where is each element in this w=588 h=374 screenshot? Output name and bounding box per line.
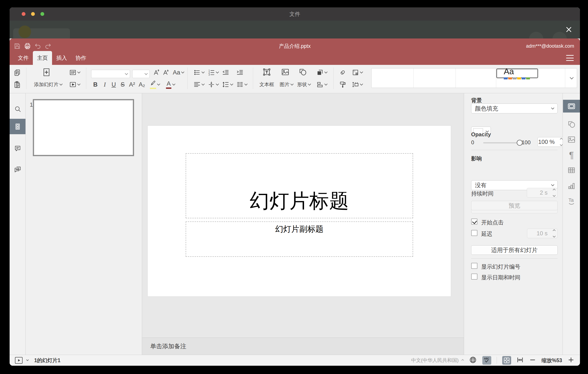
title-placeholder[interactable]: 幻灯片标题 [186,153,413,218]
arrange-shapes-button[interactable] [314,67,329,78]
slide-thumbnail[interactable] [33,99,134,156]
theme-option-5[interactable] [538,68,565,88]
theme-option-1[interactable] [371,68,413,88]
right-icon-rail: ¶ Ta [563,93,580,355]
change-case-button[interactable]: Aa [171,67,186,78]
menu-icon[interactable] [566,55,574,61]
table-settings-icon[interactable] [563,164,580,176]
font-color-button[interactable]: A [163,79,178,90]
textbox-icon[interactable] [259,66,274,78]
zoom-in-icon[interactable] [567,356,575,364]
theme-option-selected[interactable]: Aa [496,68,538,78]
slides-thumbnail-panel: 1 [26,93,142,355]
copy-style-icon[interactable] [337,79,348,90]
slideshow-mode-chevron[interactable] [26,359,29,361]
opacity-min: 0 [471,139,474,146]
zoom-level: 缩放%53 [542,357,562,364]
strikethrough-button[interactable]: S [118,79,127,90]
start-slideshow-statusbar-icon[interactable] [15,357,22,364]
duration-input[interactable]: 2 s [527,188,558,198]
slide-layout-button[interactable] [67,67,82,78]
zoom-out-icon[interactable] [529,356,536,364]
fill-type-select[interactable]: 颜色填充 [471,104,558,113]
shape-icon[interactable] [296,66,309,78]
image-button[interactable]: 图片 [277,79,295,90]
columns-button[interactable] [235,79,249,90]
line-spacing-button[interactable] [220,79,234,90]
numbered-list-button[interactable]: 123 [206,67,220,78]
comments-icon[interactable] [10,142,25,155]
delay-checkbox[interactable] [471,230,477,236]
subtitle-placeholder[interactable]: 幻灯片副标题 [186,221,413,257]
image-settings-icon[interactable] [563,133,580,146]
add-slide-icon[interactable] [41,66,52,78]
language-selector[interactable]: 中文(中华人民共和国) [411,357,463,364]
opacity-slider-track[interactable] [483,142,519,143]
paste-icon[interactable] [13,79,22,90]
shape-fill-button[interactable] [350,67,364,78]
slide-canvas[interactable]: 幻灯片标题 幻灯片副标题 [142,93,464,338]
shape-settings-icon[interactable] [563,118,580,131]
bold-button[interactable]: B [91,79,100,90]
decrease-indent-icon[interactable] [220,67,231,78]
slide[interactable]: 幻灯片标题 幻灯片副标题 [148,126,451,296]
close-icon[interactable] [564,25,574,34]
theme-option-2[interactable] [413,68,456,88]
font-name-combobox[interactable] [91,70,130,78]
show-slide-number-checkbox[interactable] [471,263,477,269]
increase-font-icon[interactable] [152,67,161,78]
show-date-time-label: 显示日期和时间 [481,274,520,281]
tab-insert[interactable]: 插入 [52,51,71,65]
ribbon-tabs: 文件 主页 插入 协作 [14,51,91,65]
paragraph-settings-icon[interactable]: ¶ [563,149,580,162]
textart-settings-icon[interactable]: Ta [563,194,580,207]
show-date-time-row: 显示日期和时间 [471,274,558,280]
slide-settings-icon[interactable] [563,100,580,112]
chart-settings-icon[interactable] [563,179,580,192]
highlight-color-button[interactable] [148,79,162,90]
copy-icon[interactable] [13,67,22,78]
textbox-button[interactable]: 文本框 [257,79,276,90]
superscript-button[interactable]: A² [127,79,137,90]
horizontal-align-button[interactable] [192,79,206,90]
image-icon[interactable] [279,66,292,78]
delay-input[interactable]: 10 s [527,229,558,238]
start-slideshow-button[interactable] [67,79,82,90]
set-language-icon[interactable] [469,356,477,365]
titlebar: 文件 [10,7,580,21]
opacity-input[interactable]: 100 % [537,137,565,147]
bullet-list-button[interactable] [192,67,206,78]
apply-to-all-slides-button[interactable]: 适用于所有幻灯片 [471,245,558,255]
theme-option-3[interactable] [456,68,496,88]
start-on-click-label: 开始点击 [481,219,504,226]
search-icon[interactable] [10,102,25,115]
tab-home[interactable]: 主页 [33,51,52,65]
add-slide-button[interactable]: 添加幻灯片 [30,79,66,90]
select-tool-icon[interactable] [337,67,348,78]
background-circle [529,32,543,38]
slides-panel-icon[interactable] [10,119,25,134]
theme-gallery-expand-button[interactable] [565,68,577,88]
chat-icon[interactable] [10,163,25,176]
italic-button[interactable]: I [100,79,109,90]
subscript-button[interactable]: A₂ [137,79,147,90]
shape-button[interactable]: 形状 [295,79,313,90]
align-shapes-button[interactable] [314,79,329,90]
document-title: 产品介绍.pptx [10,42,580,51]
increase-indent-icon[interactable] [235,67,245,78]
fit-to-slide-icon[interactable] [502,356,511,365]
underline-button[interactable]: U [109,79,118,90]
show-date-time-checkbox[interactable] [471,274,477,280]
decrease-font-icon[interactable] [161,67,170,78]
vertical-align-button[interactable] [206,79,220,90]
slide-size-button[interactable] [350,79,364,90]
notes-area[interactable]: 单击添加备注 [142,338,464,355]
tab-file[interactable]: 文件 [14,51,33,65]
start-on-click-checkbox[interactable] [471,219,477,225]
fit-to-width-icon[interactable] [516,356,524,364]
toolbar: 添加幻灯片 Aa B I U S A² A₂ A [10,65,580,93]
spellcheck-icon[interactable]: ABC [482,356,491,365]
font-size-combobox[interactable] [132,70,150,78]
preview-button[interactable]: 预览 [471,201,558,210]
tab-collaboration[interactable]: 协作 [71,51,91,65]
